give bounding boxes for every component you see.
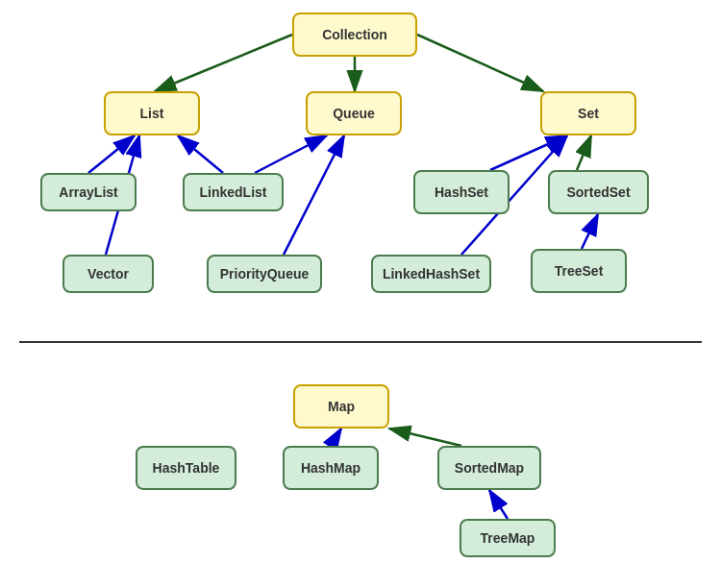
node-vector: Vector <box>62 255 154 293</box>
svg-line-12 <box>577 135 591 170</box>
diagram-container: Collection List Queue Set ArrayList Link… <box>0 0 721 588</box>
node-hashtable: HashTable <box>136 446 236 490</box>
svg-line-13 <box>582 214 598 249</box>
node-sortedset: SortedSet <box>548 170 649 214</box>
node-queue: Queue <box>306 91 402 135</box>
node-linkedhashset: LinkedHashSet <box>371 255 491 293</box>
section-divider <box>19 341 702 343</box>
svg-line-2 <box>155 35 292 91</box>
node-set: Set <box>540 91 636 135</box>
node-priorityqueue: PriorityQueue <box>207 255 322 293</box>
svg-line-7 <box>178 135 223 173</box>
svg-line-15 <box>389 429 461 446</box>
svg-line-9 <box>255 135 327 173</box>
node-map: Map <box>293 384 389 429</box>
svg-line-16 <box>489 490 508 519</box>
svg-line-10 <box>490 135 567 170</box>
svg-line-8 <box>284 135 344 255</box>
node-collection: Collection <box>292 12 417 57</box>
node-hashmap: HashMap <box>283 446 379 490</box>
node-list: List <box>104 91 200 135</box>
arrows-svg <box>0 0 721 588</box>
node-linkedlist: LinkedList <box>183 173 284 211</box>
node-hashset: HashSet <box>413 170 510 214</box>
svg-line-14 <box>331 429 341 446</box>
node-arraylist: ArrayList <box>40 173 137 211</box>
node-sortedmap: SortedMap <box>437 446 541 490</box>
node-treeset: TreeSet <box>531 249 627 293</box>
svg-line-4 <box>417 35 543 91</box>
svg-line-5 <box>88 135 135 173</box>
node-treemap: TreeMap <box>460 519 556 557</box>
